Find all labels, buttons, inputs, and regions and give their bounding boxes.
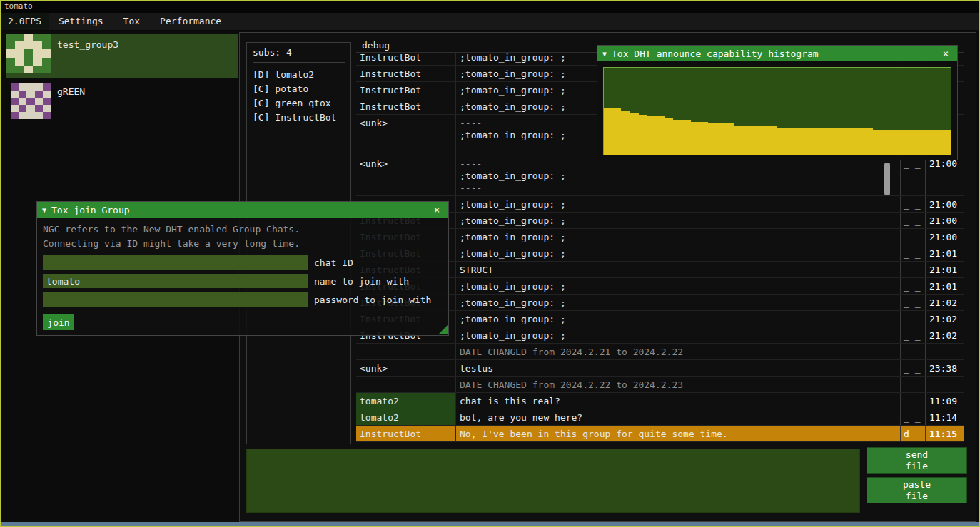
message-author	[356, 344, 456, 359]
message-row[interactable]: tomato2bot, are you new here?_ _11:14	[356, 409, 964, 426]
join-window-titlebar[interactable]: ▼ Tox join Group ×	[37, 202, 448, 218]
histogram-bar	[873, 130, 882, 155]
message-time: 23:38	[925, 360, 964, 376]
group-avatar	[6, 34, 51, 73]
subs-member[interactable]: [C] green_qtox	[253, 96, 345, 111]
paste-file-button[interactable]: paste file	[867, 477, 967, 503]
menu-item-settings[interactable]: Settings	[49, 13, 113, 30]
subs-member[interactable]: [C] potato	[253, 82, 345, 96]
join-input-password-to-join-with[interactable]	[43, 292, 308, 307]
resize-grip[interactable]	[438, 325, 448, 334]
message-author	[356, 377, 456, 392]
message-text: ----;tomato_in_group: ;----	[456, 155, 900, 195]
message-time: 21:01	[925, 278, 964, 294]
histogram-bar	[821, 128, 829, 155]
message-receipts: _ _	[900, 155, 925, 195]
message-row[interactable]: InstructBotNo, I've been in this group f…	[356, 426, 964, 442]
histogram-bar	[934, 130, 942, 155]
message-text: ;tomato_in_group: ;	[456, 213, 900, 228]
menubar: 2.0FPSSettingsToxPerformance	[1, 13, 979, 31]
histogram-bar	[864, 128, 873, 155]
subs-member[interactable]: [D] tomato2	[253, 68, 345, 82]
message-receipts: d	[900, 426, 925, 441]
system-row[interactable]: DATE CHANGED from 2024.2.21 to 2024.2.22	[356, 344, 964, 360]
group-name: test_group3	[57, 34, 118, 50]
histogram-bar	[812, 128, 821, 155]
histogram-bar	[717, 123, 725, 155]
histogram-bar	[804, 128, 812, 155]
sidebar-group-test_group3[interactable]: test_group3	[6, 34, 238, 78]
histogram-bar	[621, 111, 630, 155]
histogram-bar	[682, 120, 690, 155]
sidebar-group-gREEN[interactable]: gREEN	[6, 81, 238, 125]
join-input-name-to-join-with[interactable]	[43, 274, 308, 288]
message-text: ;tomato_in_group: ;	[456, 327, 900, 343]
message-row[interactable]: <unk>----;tomato_in_group: ;----_ _21:00	[356, 155, 964, 196]
message-time	[925, 344, 964, 359]
histogram-window-title: Tox DHT announce capability histogram	[612, 48, 819, 59]
histogram-bar	[612, 108, 621, 155]
histogram-bar	[691, 122, 699, 155]
message-author: tomato2	[356, 393, 456, 409]
join-field-label: chat ID	[314, 257, 353, 268]
message-author: <unk>	[356, 115, 456, 155]
message-time: 21:02	[925, 327, 964, 343]
message-author: tomato2	[356, 409, 456, 425]
fps-counter: 2.0FPS	[1, 13, 49, 30]
histogram-bar	[916, 130, 925, 155]
compose-input[interactable]	[246, 449, 860, 513]
window-title: tomato	[4, 1, 33, 11]
subs-member[interactable]: [C] InstructBot	[253, 111, 345, 125]
message-text: ;tomato_in_group: ;	[456, 245, 900, 261]
message-receipts	[900, 377, 925, 392]
message-text: chat is this real?	[456, 393, 900, 409]
message-receipts: _ _	[900, 278, 925, 294]
send-file-button[interactable]: send file	[867, 447, 967, 474]
message-receipts: _ _	[900, 213, 925, 228]
histogram-bar	[907, 130, 916, 155]
close-icon[interactable]: ×	[430, 204, 443, 215]
join-field-row: name to join with	[43, 274, 443, 288]
message-row[interactable]: tomato2chat is this real?_ _11:09	[356, 393, 964, 409]
message-text: STRUCT	[456, 262, 900, 277]
message-receipts: _ _	[900, 295, 925, 310]
message-author: InstructBot	[356, 426, 456, 441]
message-text: No, I've been in this group for quite so…	[456, 426, 900, 441]
chat-scrollbar[interactable]	[884, 163, 890, 195]
join-button[interactable]: join	[43, 314, 74, 330]
message-time: 11:15	[925, 426, 964, 441]
message-time: 21:02	[925, 311, 964, 327]
histogram-bar	[899, 130, 907, 155]
system-row[interactable]: DATE CHANGED from 2024.2.22 to 2024.2.23	[356, 377, 964, 393]
join-group-window: ▼ Tox join Group × NGC refers to the New…	[36, 201, 449, 336]
close-icon[interactable]: ×	[939, 48, 952, 59]
menu-item-performance[interactable]: Performance	[150, 13, 231, 30]
histogram-bar	[786, 128, 794, 155]
join-info-line: NGC refers to the New DHT enabled Group …	[43, 222, 443, 237]
message-text: ;tomato_in_group: ;	[456, 311, 900, 327]
message-time: 21:01	[925, 262, 964, 277]
histogram-bar	[890, 130, 899, 155]
message-time: 21:01	[925, 245, 964, 261]
window-titlebar: tomato	[1, 1, 979, 13]
histogram-bar	[942, 130, 951, 155]
histogram-bar	[847, 128, 855, 155]
message-receipts: _ _	[900, 245, 925, 261]
collapse-arrow-icon[interactable]: ▼	[42, 206, 46, 214]
join-input-chat-id[interactable]	[43, 255, 308, 270]
message-text: DATE CHANGED from 2024.2.22 to 2024.2.23	[456, 377, 900, 392]
histogram-bar	[794, 128, 803, 155]
message-receipts: _ _	[900, 393, 925, 409]
join-window-body: NGC refers to the New DHT enabled Group …	[37, 218, 448, 335]
message-author: <unk>	[356, 155, 456, 195]
subs-count: subs: 4	[253, 47, 345, 63]
message-author: <unk>	[356, 360, 456, 376]
collapse-arrow-icon[interactable]: ▼	[602, 50, 607, 58]
histogram-window-titlebar[interactable]: ▼ Tox DHT announce capability histogram …	[597, 46, 957, 61]
message-text: ;tomato_in_group: ;	[456, 295, 900, 310]
join-fields: chat IDname to join withpassword to join…	[43, 255, 443, 307]
menu-item-tox[interactable]: Tox	[113, 13, 150, 30]
group-name: gREEN	[57, 81, 85, 97]
message-row[interactable]: <unk>testus_ _23:38	[356, 360, 964, 377]
histogram-bar	[752, 126, 760, 155]
